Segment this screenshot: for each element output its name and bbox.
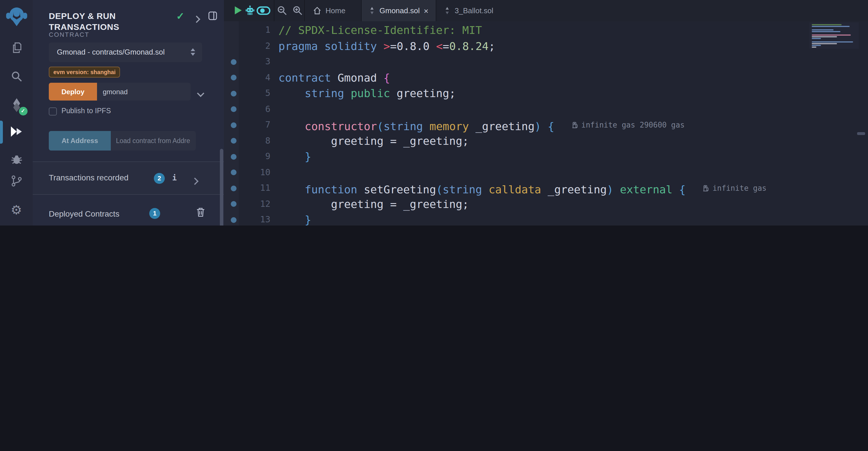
line-number: 9: [224, 149, 270, 165]
line-number: 5: [224, 86, 270, 102]
plugin-settings-icon[interactable]: ⚙: [11, 204, 22, 216]
code-line-11[interactable]: 11 function setGreeting(string calldata …: [224, 180, 868, 196]
at-address-button[interactable]: At Address: [49, 131, 111, 150]
code-text: }: [278, 212, 311, 225]
code-text: greeting = _greeting;: [278, 196, 469, 212]
constructor-arg-input[interactable]: [97, 83, 191, 101]
code-line-13[interactable]: 13 }: [224, 212, 868, 225]
tab-home[interactable]: Home: [306, 0, 352, 21]
run-script-icon[interactable]: [235, 6, 242, 15]
solidity-file-icon: [444, 6, 451, 15]
transactions-count-badge: 2: [154, 173, 165, 184]
code-text: string public greeting;: [278, 86, 456, 102]
ai-toggle-icon[interactable]: [257, 6, 270, 15]
code-line-5[interactable]: 5 string public greeting;: [224, 86, 868, 102]
line-number: 7: [224, 117, 270, 133]
editor-scrollbar-thumb[interactable]: [857, 132, 865, 135]
code-line-7[interactable]: 7 constructor(string memory _greeting) {…: [224, 117, 868, 133]
tab-ballot-sol[interactable]: 3_Ballot.sol: [437, 0, 509, 21]
code-text: // SPDX-License-Identifier: MIT: [278, 22, 482, 38]
trash-icon[interactable]: [196, 207, 205, 217]
git-icon[interactable]: [10, 175, 23, 187]
code-line-2[interactable]: 2pragma solidity >=0.8.0 <=0.8.24;: [224, 38, 868, 54]
editor-area: Home Gmonad.sol × 3_Ballot.sol 1// SPDX-…: [224, 0, 868, 225]
line-number: 3: [224, 54, 270, 70]
code-text: constructor(string memory _greeting) {in…: [278, 117, 685, 135]
remix-ide-window: ✓ ⚙ ⚙: [0, 0, 868, 225]
line-number: 8: [224, 133, 270, 149]
panel-forward-icon[interactable]: [194, 14, 199, 24]
info-icon[interactable]: i: [172, 173, 177, 182]
compile-success-badge: ✓: [19, 107, 27, 115]
code-line-12[interactable]: 12 greeting = _greeting;: [224, 196, 868, 212]
code-text: pragma solidity >=0.8.0 <=0.8.24;: [278, 38, 495, 54]
deploy-run-icon[interactable]: [9, 125, 23, 138]
tab-gmonad-sol[interactable]: Gmonad.sol ×: [361, 0, 436, 21]
deployed-contracts-label: Deployed Contracts: [49, 209, 119, 218]
line-number: 4: [224, 70, 270, 86]
icon-rail: ✓ ⚙ ⚙: [0, 0, 33, 225]
solidity-compiler-icon[interactable]: ✓: [9, 98, 23, 113]
debugger-icon[interactable]: [10, 153, 23, 166]
code-line-3[interactable]: 3: [224, 54, 868, 70]
close-tab-icon[interactable]: ×: [424, 6, 428, 15]
line-number: 2: [224, 38, 270, 54]
zoom-out-icon[interactable]: [277, 6, 287, 16]
code-line-4[interactable]: 4contract Gmonad {: [224, 70, 868, 86]
code-line-1[interactable]: 1// SPDX-License-Identifier: MIT: [224, 22, 868, 38]
solidity-file-icon: [369, 6, 375, 15]
transactions-expand-icon[interactable]: [192, 176, 197, 186]
code-text: function setGreeting(string calldata _gr…: [278, 180, 766, 198]
select-arrows-icon: [191, 48, 195, 56]
publish-ipfs-label: Publish to IPFS: [61, 107, 111, 115]
code-line-9[interactable]: 9 }: [224, 149, 868, 165]
line-number: 12: [224, 196, 270, 212]
contract-label: CONTRACT: [49, 31, 89, 38]
file-explorer-icon[interactable]: [10, 41, 23, 54]
panel-check-icon: ✓: [176, 10, 185, 22]
deployed-count-badge: 1: [149, 208, 160, 219]
code-text: contract Gmonad {: [278, 70, 390, 86]
deploy-expand-icon[interactable]: [198, 88, 203, 98]
tab-bar: Home Gmonad.sol × 3_Ballot.sol: [224, 0, 868, 22]
divider: [33, 194, 224, 195]
remix-logo-icon[interactable]: [5, 5, 28, 28]
ai-robot-icon[interactable]: [245, 5, 255, 16]
at-address-input[interactable]: [111, 131, 196, 150]
home-icon: [313, 6, 321, 15]
code-text: }: [278, 149, 311, 165]
minimap[interactable]: [809, 22, 859, 49]
code-line-10[interactable]: 10: [224, 165, 868, 180]
line-number: 13: [224, 212, 270, 225]
line-number: 10: [224, 165, 270, 180]
code-line-8[interactable]: 8 greeting = _greeting;: [224, 133, 868, 149]
evm-version-badge: evm version: shanghai: [49, 67, 120, 78]
zoom-in-icon[interactable]: [293, 6, 303, 16]
line-number: 6: [224, 102, 270, 117]
transactions-recorded-label: Transactions recorded: [49, 173, 129, 182]
panel-pin-view-icon[interactable]: [208, 11, 218, 21]
code-text: greeting = _greeting;: [278, 133, 469, 149]
divider: [274, 0, 274, 21]
active-plugin-indicator: [0, 121, 3, 144]
panel-scrollbar[interactable]: [220, 149, 223, 225]
gas-estimate-annotation: infinite gas 290600 gas: [571, 117, 685, 133]
gas-estimate-annotation: infinite gas: [703, 180, 767, 196]
line-number: 11: [224, 180, 270, 196]
transactions-recorded-row: Transactions recorded 2 i: [33, 162, 224, 194]
publish-ipfs-checkbox[interactable]: [49, 107, 57, 115]
search-icon[interactable]: [10, 70, 23, 83]
contract-select[interactable]: Gmonad - contracts/Gmonad.sol: [49, 43, 202, 62]
deploy-run-panel: DEPLOY & RUNTRANSACTIONS ✓ CONTRACT Gmon…: [33, 0, 224, 225]
panel-title: DEPLOY & RUNTRANSACTIONS: [49, 10, 119, 32]
deploy-button[interactable]: Deploy: [49, 83, 97, 101]
line-number: 1: [224, 22, 270, 38]
divider: [304, 0, 305, 21]
code-editor[interactable]: 1// SPDX-License-Identifier: MIT2pragma …: [224, 21, 868, 225]
code-line-6[interactable]: 6: [224, 102, 868, 117]
